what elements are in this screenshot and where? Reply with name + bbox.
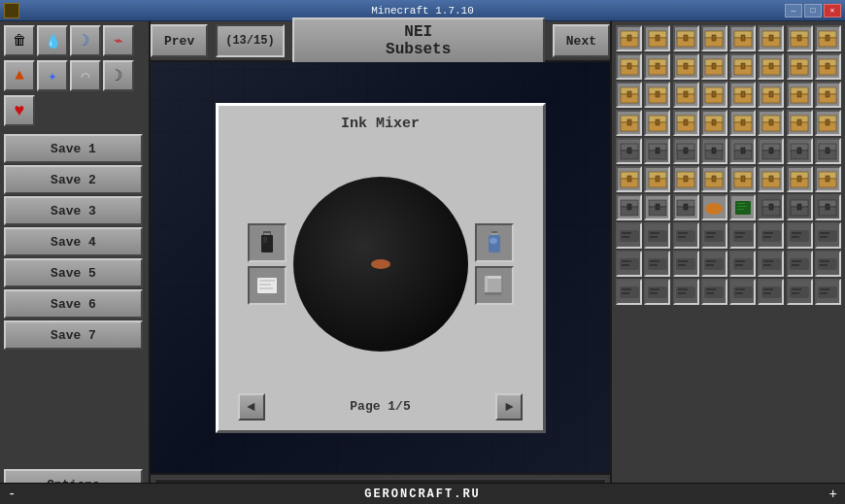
result-slot-2[interactable] <box>475 266 514 305</box>
item-slot[interactable] <box>673 166 699 192</box>
item-slot[interactable] <box>787 279 813 305</box>
item-slot[interactable] <box>616 138 642 164</box>
item-slot[interactable] <box>815 194 841 220</box>
item-slot[interactable] <box>758 82 784 108</box>
item-slot[interactable] <box>644 82 670 108</box>
item-slot[interactable] <box>787 82 813 108</box>
item-slot[interactable] <box>729 82 756 108</box>
item-slot[interactable] <box>673 279 699 305</box>
item-slot[interactable] <box>815 138 841 164</box>
item-slot[interactable] <box>758 251 784 277</box>
item-slot[interactable] <box>758 279 784 305</box>
item-slot[interactable] <box>616 251 642 277</box>
item-slot[interactable] <box>616 82 642 108</box>
item-slot[interactable] <box>701 279 727 305</box>
item-slot[interactable] <box>815 25 841 51</box>
item-slot[interactable] <box>729 110 756 136</box>
item-slot[interactable] <box>787 222 813 249</box>
item-slot[interactable] <box>673 53 699 80</box>
prev-button[interactable]: Prev <box>151 24 208 57</box>
item-slot[interactable] <box>815 110 841 136</box>
page-prev-button[interactable]: ◄ <box>238 393 265 420</box>
item-slot[interactable] <box>787 251 813 277</box>
item-slot[interactable] <box>701 166 727 192</box>
item-slot[interactable] <box>644 279 670 305</box>
item-slot[interactable] <box>673 194 699 220</box>
item-slot[interactable] <box>815 251 841 277</box>
item-slot[interactable] <box>701 222 727 249</box>
item-slot[interactable] <box>616 194 642 220</box>
bottom-minus-button[interactable]: - <box>8 487 16 502</box>
item-slot[interactable] <box>815 166 841 192</box>
item-slot[interactable] <box>644 251 670 277</box>
item-slot[interactable] <box>701 251 727 277</box>
save5-button[interactable]: Save 5 <box>4 258 143 287</box>
save3-button[interactable]: Save 3 <box>4 196 143 225</box>
item-slot[interactable] <box>787 166 813 192</box>
item-slot[interactable] <box>644 138 670 164</box>
item-slot[interactable] <box>673 25 699 51</box>
item-slot[interactable] <box>758 138 784 164</box>
ingredient-slot-2[interactable] <box>248 266 287 305</box>
item-slot[interactable] <box>729 251 756 277</box>
minimize-button[interactable]: — <box>785 4 802 17</box>
item-slot[interactable] <box>815 53 841 80</box>
item-slot[interactable] <box>787 53 813 80</box>
item-slot[interactable] <box>673 222 699 249</box>
item-slot[interactable] <box>616 279 642 305</box>
arrow-up-button[interactable]: ▲ <box>4 60 35 91</box>
close-button[interactable]: ✕ <box>824 4 841 17</box>
item-slot[interactable] <box>673 82 699 108</box>
crescent-button[interactable]: ☽ <box>103 60 134 91</box>
item-slot[interactable] <box>729 166 756 192</box>
item-slot[interactable] <box>701 194 727 220</box>
save1-button[interactable]: Save 1 <box>4 134 143 163</box>
save2-button[interactable]: Save 2 <box>4 165 143 194</box>
item-slot[interactable] <box>701 25 727 51</box>
item-slot[interactable] <box>673 138 699 164</box>
save4-button[interactable]: Save 4 <box>4 227 143 256</box>
item-slot[interactable] <box>644 25 670 51</box>
item-slot[interactable] <box>616 53 642 80</box>
item-slot[interactable] <box>616 222 642 249</box>
item-slot[interactable] <box>701 82 727 108</box>
feather-button[interactable]: ⌒ <box>70 60 101 91</box>
item-slot[interactable] <box>758 53 784 80</box>
trash-button[interactable]: 🗑 <box>4 25 35 56</box>
item-slot[interactable] <box>758 166 784 192</box>
item-slot[interactable] <box>644 166 670 192</box>
bottom-plus-button[interactable]: + <box>829 487 837 502</box>
result-slot-1[interactable] <box>475 223 514 262</box>
item-slot[interactable] <box>729 279 756 305</box>
item-slot[interactable] <box>729 25 756 51</box>
maximize-button[interactable]: □ <box>804 4 822 17</box>
page-next-button[interactable]: ► <box>495 393 523 420</box>
item-slot[interactable] <box>787 138 813 164</box>
item-slot[interactable] <box>616 25 642 51</box>
next-button[interactable]: Next <box>553 24 610 57</box>
magnet-button[interactable]: ⌁ <box>103 25 134 56</box>
compass-button[interactable]: ✦ <box>37 60 68 91</box>
item-slot[interactable] <box>815 82 841 108</box>
item-slot[interactable] <box>758 110 784 136</box>
item-slot[interactable] <box>729 222 756 249</box>
item-slot[interactable] <box>701 53 727 80</box>
item-slot[interactable] <box>644 53 670 80</box>
item-slot[interactable] <box>729 194 756 220</box>
item-slot[interactable] <box>644 222 670 249</box>
ingredient-slot-1[interactable] <box>248 223 287 262</box>
item-slot[interactable] <box>673 110 699 136</box>
item-slot[interactable] <box>758 194 784 220</box>
item-slot[interactable] <box>729 138 756 164</box>
heart-button[interactable]: ♥ <box>4 95 35 126</box>
item-slot[interactable] <box>787 110 813 136</box>
water-button[interactable]: 💧 <box>37 25 68 56</box>
item-slot[interactable] <box>616 166 642 192</box>
item-slot[interactable] <box>673 251 699 277</box>
save7-button[interactable]: Save 7 <box>4 320 143 350</box>
item-slot[interactable] <box>644 110 670 136</box>
item-slot[interactable] <box>815 222 841 249</box>
item-slot[interactable] <box>729 53 756 80</box>
item-slot[interactable] <box>787 194 813 220</box>
moon-left-button[interactable]: ☽ <box>70 25 101 56</box>
